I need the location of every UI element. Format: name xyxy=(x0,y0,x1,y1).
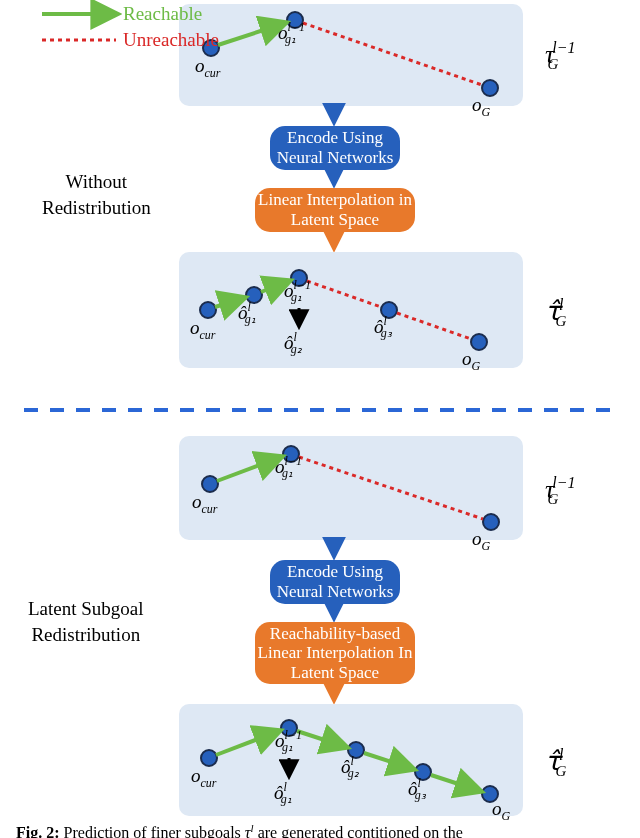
lbl-ocur-t2: ocur xyxy=(190,317,216,343)
lbl-ohatg2-t2: ôlg₂ xyxy=(284,332,308,354)
lbl-oG-b1: oG xyxy=(472,528,490,554)
legend-unreachable-label: Unreachable xyxy=(123,29,219,51)
lbl-ohatg1-t2: ôlg₁ xyxy=(238,302,262,324)
lbl-ocur-b1: ocur xyxy=(192,491,218,517)
node-ocur-bot2 xyxy=(201,750,217,766)
legend-reachable-label: Reachable xyxy=(123,3,202,25)
pill-reach-linear: Reachability-based Linear Interpolation … xyxy=(255,622,415,684)
tau-lm1-top: τl−1G xyxy=(545,40,588,70)
lbl-ocur-b2: ocur xyxy=(191,765,217,791)
pill-encode-bot: Encode Using Neural Networks xyxy=(270,560,400,604)
lbl-og1-t2: ol−1g₁ xyxy=(284,280,322,302)
lbl-ohatg1-b2: ôlg₁ xyxy=(274,782,298,804)
figure-caption: Fig. 2: Fig. 2: Prediction of finer subg… xyxy=(16,822,628,838)
lbl-ohatg2-b2: ôlg₂ xyxy=(341,756,365,778)
lbl-ocur-t1: ocur xyxy=(195,55,221,81)
tau-lm1-bot: τl−1G xyxy=(545,475,588,505)
lbl-og1-t1: ol−1g₁ xyxy=(278,22,316,44)
bot-coarse-panel xyxy=(179,436,523,540)
tauhat-l-top: τ̂lG xyxy=(545,296,576,327)
pill-encode-top: Encode Using Neural Networks xyxy=(270,126,400,170)
node-ocur-top2 xyxy=(200,302,216,318)
lbl-oG-t2: oG xyxy=(462,348,480,374)
lbl-ohatg3-b2: ôlg₃ xyxy=(408,778,432,800)
pill-linear-top: Linear Interpolation in Latent Space xyxy=(255,188,415,232)
lbl-og1-b2: ol−1g₁ xyxy=(275,730,313,752)
side-latent: Latent Subgoal Redistribution xyxy=(28,596,144,647)
top-coarse-panel xyxy=(179,4,523,106)
tauhat-l-bot: τ̂lG xyxy=(545,746,576,777)
lbl-ohatg3-t2: ôlg₃ xyxy=(374,316,398,338)
node-ocur-bot1 xyxy=(202,476,218,492)
lbl-oG-t1: oG xyxy=(472,94,490,120)
lbl-oG-b2: oG xyxy=(492,798,510,824)
side-without: Without Redistribution xyxy=(42,169,151,220)
lbl-og1-b1: ol−1g₁ xyxy=(275,456,313,478)
